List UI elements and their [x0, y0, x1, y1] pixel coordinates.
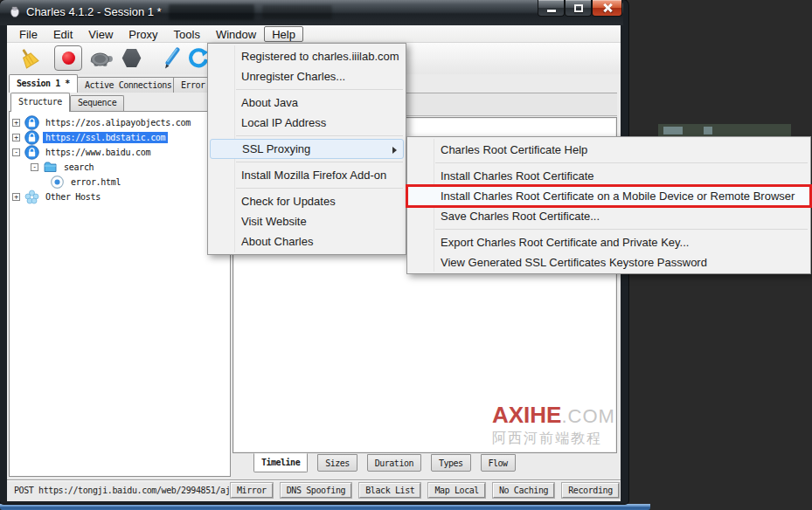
menu-item-unregister[interactable]: Unregister Charles...	[208, 66, 406, 86]
menu-window[interactable]: Window	[208, 26, 264, 42]
ssl-proxying-submenu: Charles Root Certificate Help Install Ch…	[406, 136, 811, 274]
tab-structure[interactable]: Structure	[10, 93, 70, 112]
maximize-icon	[574, 4, 583, 12]
help-dropdown-menu: Registered to charles.iiilab.com Unregis…	[207, 43, 406, 255]
tree-row-host[interactable]: + https://zos.alipayobjects.com	[10, 115, 230, 130]
tree-row-folder[interactable]: - search	[10, 160, 230, 175]
menu-item-local-ip[interactable]: Local IP Address	[208, 113, 406, 133]
menu-bar: File Edit View Proxy Tools Window Help	[7, 25, 621, 43]
close-icon	[602, 3, 613, 13]
tab-active-connections[interactable]: Active Connections	[77, 77, 179, 93]
background-window-artifact	[658, 124, 791, 137]
other-hosts-icon	[24, 190, 39, 204]
watermark-domain: .COM	[561, 405, 614, 427]
structure-panel: Structure Sequence + https://zos.alipayo…	[9, 93, 231, 477]
ssl-proxying-label: SSL Proxying	[242, 142, 310, 155]
window-title: Charles 4.1.2 - Session 1 *	[26, 5, 162, 18]
tree-row-host[interactable]: + https://ssl.bdstatic.com	[10, 130, 230, 145]
minimize-button[interactable]	[538, 0, 565, 17]
expander-icon[interactable]: +	[12, 193, 20, 201]
toggle-dns-spoofing[interactable]: DNS Spoofing	[281, 483, 351, 498]
compose-pen-icon[interactable]	[161, 46, 184, 71]
expander-icon[interactable]: -	[31, 163, 38, 171]
menu-item-cert-help[interactable]: Charles Root Certificate Help	[407, 140, 810, 160]
toggle-mirror[interactable]: Mirror	[231, 483, 273, 498]
file-label: error.html	[68, 176, 123, 188]
menu-item-export-cert[interactable]: Export Charles Root Certificate and Priv…	[407, 232, 810, 252]
clear-broom-icon[interactable]	[17, 47, 40, 70]
toggle-no-caching[interactable]: No Caching	[493, 483, 554, 498]
menu-item-ssl-proxying[interactable]: SSL Proxying	[210, 139, 404, 159]
menu-item-about-charles[interactable]: About Charles	[208, 231, 406, 252]
toggle-black-list[interactable]: Black List	[359, 483, 420, 498]
menu-file[interactable]: File	[11, 26, 45, 42]
window-controls	[538, 0, 622, 17]
menu-separator	[435, 229, 808, 230]
host-tree: + https://zos.alipayobjects.com +	[9, 111, 231, 477]
record-icon	[62, 52, 75, 65]
tab-flow[interactable]: Flow	[481, 454, 516, 472]
title-bar[interactable]: Charles 4.1.2 - Session 1 *	[0, 0, 623, 25]
breakpoints-stop-icon[interactable]	[121, 48, 142, 68]
menu-tools[interactable]: Tools	[166, 26, 208, 42]
tab-sizes[interactable]: Sizes	[317, 454, 357, 472]
menu-separator	[236, 89, 403, 90]
ssl-host-icon	[24, 130, 39, 145]
maximize-button[interactable]	[565, 0, 592, 17]
toggle-map-local[interactable]: Map Local	[428, 483, 485, 498]
menu-edit[interactable]: Edit	[45, 26, 80, 42]
menu-separator	[236, 188, 403, 189]
throttle-turtle-icon[interactable]	[87, 50, 115, 69]
expander-icon[interactable]: -	[12, 148, 20, 156]
tree-row-host[interactable]: - https://www.baidu.com	[10, 145, 230, 160]
menu-item-install-cert[interactable]: Install Charles Root Certificate	[407, 166, 810, 186]
minimize-icon	[547, 10, 556, 12]
menu-view[interactable]: View	[80, 26, 121, 42]
tab-sequence[interactable]: Sequence	[70, 95, 124, 112]
ssl-host-icon	[24, 145, 39, 160]
detail-tab-bar: Timeline Sizes Duration Types Flow	[232, 454, 617, 477]
charles-app-icon	[8, 5, 22, 19]
other-hosts-label: Other Hosts	[43, 191, 103, 203]
menu-item-firefox-addon[interactable]: Install Mozilla Firefox Add-on	[208, 165, 406, 185]
tree-row-other-hosts[interactable]: + Other Hosts	[10, 190, 230, 204]
tab-session-1[interactable]: Session 1 *	[9, 74, 78, 93]
ssl-host-icon	[24, 115, 39, 130]
tab-duration[interactable]: Duration	[367, 454, 421, 472]
watermark-subtitle: 阿西河前端教程	[492, 430, 615, 448]
expander-icon[interactable]: +	[12, 134, 20, 141]
menu-item-about-java[interactable]: About Java	[208, 93, 406, 113]
menu-separator	[236, 135, 403, 136]
expander-icon[interactable]: +	[12, 119, 20, 127]
host-label: https://www.baidu.com	[43, 147, 153, 158]
status-bar: POST https://tongji.baidu.com/web/299485…	[7, 479, 621, 500]
menu-item-visit-website[interactable]: Visit Website	[208, 211, 406, 231]
menu-item-check-updates[interactable]: Check for Updates	[208, 191, 406, 211]
menu-item-registered[interactable]: Registered to charles.iiilab.com	[208, 46, 406, 66]
screenshot-stage: Charles 4.1.2 - Session 1 * File Edit Vi…	[0, 0, 812, 510]
menu-item-view-keystore-password[interactable]: View Generated SSL Certificates Keystore…	[407, 252, 810, 272]
repeat-refresh-icon[interactable]	[188, 47, 209, 70]
tree-row-file[interactable]: error.html	[10, 175, 230, 190]
redacted-title-area	[169, 4, 254, 20]
watermark-brand: AXIHE	[492, 402, 561, 428]
menu-help[interactable]: Help	[264, 26, 303, 42]
folder-icon	[43, 160, 58, 175]
watermark: AXIHE.COM 阿西河前端教程	[492, 403, 615, 448]
folder-label: search	[61, 162, 96, 173]
menu-separator	[435, 162, 808, 163]
menu-item-save-cert[interactable]: Save Charles Root Certificate...	[407, 206, 810, 226]
host-label: https://zos.alipayobjects.com	[43, 117, 193, 128]
menu-proxy[interactable]: Proxy	[121, 26, 165, 42]
close-button[interactable]	[592, 0, 622, 17]
submenu-arrow-icon	[392, 147, 397, 154]
toggle-recording[interactable]: Recording	[562, 483, 619, 498]
taskbar-edge	[0, 504, 650, 510]
menu-item-install-cert-mobile[interactable]: Install Charles Root Certificate on a Mo…	[407, 186, 810, 206]
tab-types[interactable]: Types	[431, 454, 471, 472]
record-button[interactable]	[54, 45, 82, 71]
menu-separator	[236, 162, 403, 162]
file-icon	[50, 175, 65, 190]
status-request-url: POST https://tongji.baidu.com/web/299485…	[14, 486, 231, 495]
tab-timeline[interactable]: Timeline	[253, 453, 308, 472]
